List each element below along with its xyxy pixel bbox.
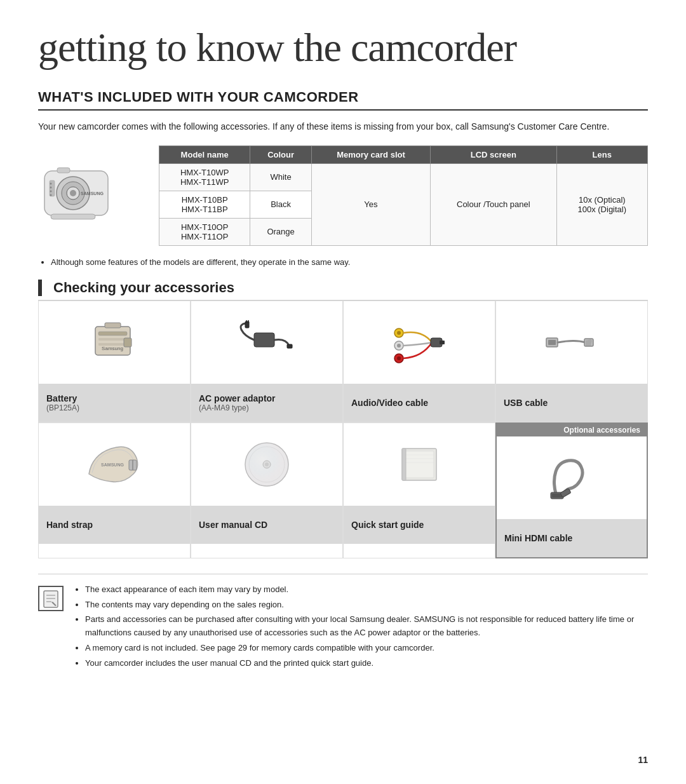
accessory-hand-strap: SAMSUNG Hand strap — [38, 422, 191, 558]
svg-rect-24 — [287, 344, 292, 348]
usb-cable-icon — [540, 314, 603, 371]
svg-rect-49 — [402, 449, 406, 480]
svg-point-9 — [50, 186, 52, 188]
accessory-mini-hdmi-cable: Optional accessories Mini HDMI cable — [495, 422, 648, 558]
table-header-model: Model name — [159, 145, 250, 163]
page-title: getting to know the camcorder — [38, 25, 648, 70]
accessory-user-manual-cd: User manual CD — [191, 422, 343, 558]
svg-rect-6 — [57, 168, 70, 173]
av-cable-icon — [387, 314, 451, 371]
table-note: Although some features of the models are… — [38, 257, 648, 267]
svg-rect-20 — [254, 333, 274, 347]
heading-bar — [38, 280, 42, 296]
quick-start-guide-icon — [391, 436, 448, 493]
svg-rect-15 — [98, 332, 127, 335]
bottom-notes-list: The exact appearance of each item may va… — [74, 583, 648, 672]
accessory-battery: Samsung Battery (BP125A) — [38, 301, 191, 422]
top-content-area: SAMSUNG Model name Colour Memory card sl… — [38, 145, 648, 246]
note-item: Your camcorder includes the user manual … — [85, 657, 648, 670]
svg-rect-16 — [98, 338, 127, 341]
svg-point-26 — [397, 331, 401, 335]
note-item: A memory card is not included. See page … — [85, 642, 648, 655]
accessory-av-cable: Audio/Video cable — [343, 301, 495, 422]
battery-icon-area: Samsung — [39, 301, 190, 384]
accessory-ac-adaptor: AC power adaptor (AA-MA9 type) — [191, 301, 343, 422]
optional-badge: Optional accessories — [497, 424, 647, 436]
table-header-memory: Memory card slot — [311, 145, 430, 163]
table-header-lcd: LCD screen — [431, 145, 557, 163]
hand-strap-icon-area: SAMSUNG — [39, 423, 190, 506]
note-item: Parts and accessories can be purchased a… — [85, 613, 648, 640]
quick-start-guide-icon-area — [344, 423, 495, 506]
svg-rect-32 — [440, 341, 445, 344]
svg-point-4 — [70, 190, 76, 196]
bottom-notes: The exact appearance of each item may va… — [38, 574, 648, 672]
svg-rect-34 — [548, 340, 556, 345]
cd-icon — [238, 436, 295, 493]
usb-cable-label: USB cable — [496, 384, 647, 422]
hdmi-label: Mini HDMI cable — [497, 519, 647, 557]
svg-point-30 — [397, 356, 401, 360]
svg-text:Samsung: Samsung — [102, 346, 123, 351]
usb-cable-icon-area — [496, 301, 647, 384]
model-table: Model name Colour Memory card slot LCD s… — [159, 145, 648, 246]
svg-rect-19 — [124, 338, 131, 347]
note-icon — [38, 586, 64, 611]
svg-rect-14 — [105, 323, 121, 328]
cd-label: User manual CD — [191, 506, 342, 544]
note-item: The exact appearance of each item may va… — [85, 583, 648, 597]
quick-start-guide-label: Quick start guide — [344, 506, 495, 544]
section2-heading: Checking your accessories — [38, 280, 648, 301]
svg-rect-52 — [560, 488, 571, 497]
svg-point-28 — [397, 344, 401, 348]
intro-text: Your new camcorder comes with the follow… — [38, 119, 610, 133]
table-row: HMX-T10WPHMX-T11WP White Yes Colour /Tou… — [159, 163, 648, 191]
accessories-grid: Samsung Battery (BP125A) — [38, 301, 648, 558]
battery-icon: Samsung — [86, 314, 143, 371]
svg-point-11 — [50, 194, 52, 196]
svg-point-43 — [265, 463, 269, 466]
table-header-lens: Lens — [556, 145, 647, 163]
cd-icon-area — [191, 423, 342, 506]
svg-point-10 — [50, 190, 52, 192]
accessory-usb-cable: USB cable — [495, 301, 648, 422]
svg-rect-12 — [51, 214, 95, 219]
ac-adaptor-icon — [235, 314, 299, 371]
svg-point-8 — [50, 182, 52, 184]
accessory-quick-start-guide: Quick start guide — [343, 422, 495, 558]
table-header-colour: Colour — [250, 145, 312, 163]
note-item: The contents may vary depending on the s… — [85, 598, 648, 612]
battery-label: Battery (BP125A) — [39, 384, 190, 422]
hdmi-icon-area — [497, 436, 647, 519]
ac-adaptor-label: AC power adaptor (AA-MA9 type) — [191, 384, 342, 422]
av-cable-icon-area — [344, 301, 495, 384]
hand-strap-icon: SAMSUNG — [79, 436, 149, 493]
ac-adaptor-icon-area — [191, 301, 342, 384]
svg-text:SAMSUNG: SAMSUNG — [81, 191, 104, 196]
hdmi-icon — [543, 449, 600, 506]
memo-icon — [41, 589, 60, 608]
svg-text:SAMSUNG: SAMSUNG — [101, 463, 124, 467]
camcorder-image: SAMSUNG — [38, 152, 140, 237]
hand-strap-label: Hand strap — [39, 506, 190, 544]
av-cable-label: Audio/Video cable — [344, 384, 495, 422]
svg-rect-45 — [405, 451, 434, 478]
section1-heading: What's included with your camcorder — [38, 89, 648, 111]
page-number: 11 — [638, 755, 648, 765]
